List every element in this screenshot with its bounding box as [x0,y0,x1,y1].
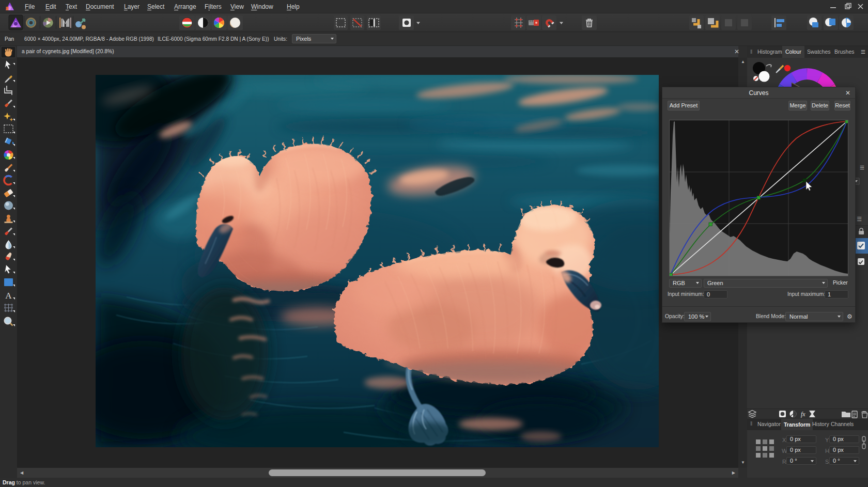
svg-text:fx: fx [801,411,805,418]
svg-text:A: A [5,291,12,301]
